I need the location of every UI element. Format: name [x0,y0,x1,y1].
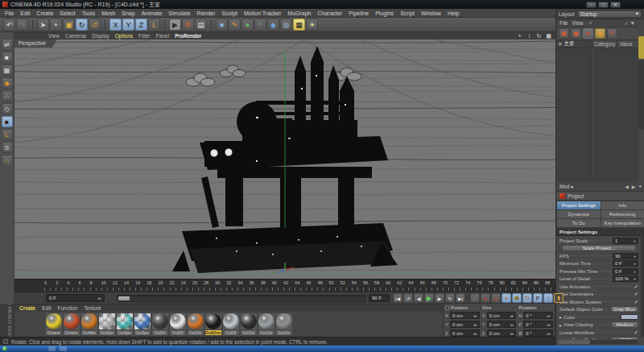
menu-file[interactable]: File [4,10,14,16]
menu-animate[interactable]: Animate [141,10,163,16]
column-category[interactable]: Category [592,40,617,48]
side-tab-active[interactable] [638,36,644,59]
previous-frame-button[interactable]: ◀ [414,293,423,303]
field-value[interactable]: 0 F▸ [613,260,638,267]
menu-edit[interactable]: Edit [19,10,31,16]
material-item[interactable]: OctGlo [258,313,275,335]
material-thumbnail[interactable] [152,313,168,329]
workplane-mode-icon[interactable]: ◆ [2,77,13,89]
edit-take-icon[interactable]: ✎ [607,28,617,39]
axis-mode-icon[interactable]: L [2,129,13,140]
start-orb-icon[interactable] [2,346,7,351]
material-item[interactable]: OctGlo [275,313,292,335]
key-rotation-toggle[interactable]: ↻ [522,293,532,303]
material-thumbnail[interactable] [81,313,97,329]
timeline-range-slider[interactable] [117,295,366,302]
material-thumbnail[interactable] [188,313,204,329]
filter-icon[interactable]: ▼ [630,20,635,27]
material-item[interactable]: OctDif [169,313,186,335]
live-selection-icon[interactable]: ➤ [37,19,49,31]
tab-referencing[interactable]: Referencing [601,210,644,218]
material-menu-edit[interactable]: Edit [42,305,51,311]
coord-value-field[interactable]: 0 °◂▸ [523,329,553,337]
menu-tools[interactable]: Tools [81,10,96,16]
material-thumbnail[interactable] [134,313,151,329]
material-item[interactable]: OctDif [222,313,239,335]
rotate-view-icon[interactable]: ↻ [535,33,543,39]
maximize-button[interactable]: □ [598,2,609,8]
menu-pipeline[interactable]: Pipeline [348,10,369,16]
lock-x-axis-icon[interactable]: X [109,19,122,31]
tab-dynamics[interactable]: Dynamics [557,210,601,218]
menu-snap[interactable]: Snap [121,10,135,16]
menu-motion-tracker[interactable]: Motion Tracker [243,10,282,16]
take-item-main[interactable]: ✕ 主要 [556,40,592,48]
material-item[interactable]: OctDif [151,313,168,335]
mograph-icon[interactable]: * [254,19,266,31]
take-menu-file[interactable]: File [559,20,568,26]
keyframe-selection-button[interactable]: ○ [470,293,480,303]
light-icon[interactable]: ☀ [306,19,318,31]
material-item[interactable]: OctSpe [98,313,115,335]
deformers-icon[interactable]: ◆ [267,19,279,31]
field-button-srgb[interactable]: sRGB [611,337,638,339]
checkbox-checked[interactable]: ✓ [634,284,638,290]
current-frame-field[interactable]: 0 F◂▸ [46,294,105,302]
menu-mesh[interactable]: Mesh [101,10,116,16]
forward-icon[interactable]: ▶ [632,184,636,189]
attribute-object-row[interactable]: Project [556,192,644,201]
mode-menu[interactable]: Mod ▸ [559,184,574,190]
take-icon[interactable]: ▣ [559,28,569,39]
material-thumbnail[interactable] [205,313,221,329]
layout-select[interactable]: Startup ▾ [577,10,642,18]
coord-value-field[interactable]: 0 °◂▸ [523,312,553,319]
material-thumbnail[interactable] [170,313,186,329]
magnet-snap-icon[interactable]: ∩ [2,155,13,166]
material-thumbnail[interactable] [241,313,257,329]
material-thumbnail[interactable] [117,313,133,329]
side-tab[interactable] [638,60,644,130]
viewport-menu-view[interactable]: View [48,33,60,39]
redo-icon[interactable]: ↷ [16,19,28,31]
lock-icon[interactable]: ● [638,184,642,189]
tab-key-interpolation[interactable]: Key Interpolation [601,219,644,227]
viewport-menu-options[interactable]: Options [115,33,133,39]
coord-checkbox[interactable] [445,306,449,310]
minimize-button[interactable]: – [586,2,597,8]
color-swatch[interactable] [621,314,638,320]
coord-value-field[interactable]: 0 cm◂▸ [450,329,480,337]
taskbar-app-icon[interactable] [60,346,67,351]
menu-create[interactable]: Create [35,10,54,16]
key-scale-toggle[interactable]: ▣ [512,293,522,303]
new-take-icon[interactable]: ▣ [571,28,581,39]
auto-take-icon[interactable]: ● [583,28,593,39]
close-button[interactable]: ✕ [610,2,621,8]
taskbar-app-icon[interactable] [48,346,56,351]
overflow-icon[interactable]: » [588,20,592,26]
field-value[interactable]: 1▸ [613,238,638,244]
scale-project-button[interactable]: Scale Project... [562,245,636,251]
dolly-view-icon[interactable]: ↕ [526,33,533,39]
title-bar[interactable]: CINEMA 4D R19.024 Studio (RC - R19) - [C… [0,0,644,9]
polygons-mode-icon[interactable]: ■ [2,116,13,127]
material-item[interactable]: Octane [63,313,80,335]
previous-key-button[interactable]: ↺ [403,293,413,303]
viewport-menu-display[interactable]: Display [92,33,109,39]
toggle-views-icon[interactable]: ▦ [545,33,552,39]
viewport-tab-perspective[interactable]: Perspective [14,39,57,48]
material-item[interactable]: OctMat [80,313,97,335]
points-mode-icon[interactable]: ∴ [2,90,13,101]
record-keyframe-button[interactable]: ● [481,293,490,303]
material-menu-texture[interactable]: Texture [84,305,101,311]
viewport[interactable]: ViewCamerasDisplayOptionsFilterPanelProR… [14,32,555,279]
enable-snap-icon[interactable]: S [2,142,13,153]
render-settings-icon[interactable]: ⚙ [182,19,194,31]
coord-value-field[interactable]: 0 cm◂▸ [487,321,517,328]
menu-mograph[interactable]: MoGraph [287,10,312,16]
material-item[interactable]: OctSpe [134,313,151,335]
environment-icon[interactable]: ◍ [280,19,292,31]
spline-pen-icon[interactable]: ✎ [229,19,241,31]
end-frame-field[interactable]: 90 F [369,294,390,302]
material-thumbnail[interactable] [46,313,62,329]
take-menu-view[interactable]: View [572,20,583,26]
